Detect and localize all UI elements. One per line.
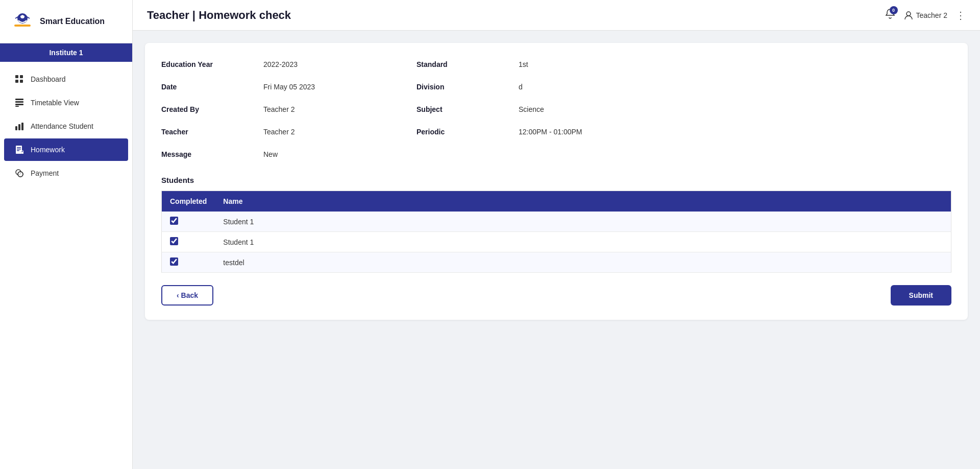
student-name-cell: Student 1 bbox=[215, 212, 951, 232]
svg-rect-16 bbox=[17, 149, 21, 150]
institute-banner: Institute 1 bbox=[0, 43, 132, 62]
topbar-right: 0 Teacher 2 ⋮ bbox=[885, 8, 966, 22]
table-header-row: Completed Name bbox=[162, 191, 951, 212]
svg-rect-12 bbox=[18, 124, 20, 130]
details-grid: Education Year 2022-2023 Standard 1st Da… bbox=[161, 57, 951, 161]
submit-button[interactable]: Submit bbox=[891, 285, 951, 306]
svg-rect-1 bbox=[14, 25, 31, 27]
date-value: Fri May 05 2023 bbox=[263, 80, 416, 94]
created-by-value: Teacher 2 bbox=[263, 102, 416, 116]
completed-cell bbox=[162, 232, 215, 252]
completed-checkbox[interactable] bbox=[170, 237, 178, 245]
sidebar: Smart Education Institute 1 Dashboard bbox=[0, 0, 133, 469]
table-row: testdel bbox=[162, 252, 951, 273]
app-brand-label: Smart Education bbox=[40, 17, 105, 26]
education-year-value: 2022-2023 bbox=[263, 57, 416, 72]
students-table-body: Student 1Student 1testdel bbox=[162, 212, 951, 273]
table-row: Student 1 bbox=[162, 232, 951, 252]
teacher-label: Teacher bbox=[161, 125, 263, 139]
coins-icon bbox=[14, 168, 24, 178]
completed-checkbox[interactable] bbox=[170, 257, 178, 266]
main-content: Education Year 2022-2023 Standard 1st Da… bbox=[133, 31, 980, 469]
division-value: d bbox=[519, 80, 621, 94]
sidebar-item-label: Dashboard bbox=[31, 75, 66, 83]
grid-icon bbox=[14, 74, 24, 84]
topbar: Teacher | Homework check 0 Teacher 2 ⋮ bbox=[133, 0, 980, 31]
sidebar-item-dashboard[interactable]: Dashboard bbox=[4, 68, 128, 90]
col-completed: Completed bbox=[162, 191, 215, 212]
sidebar-item-attendance[interactable]: Attendance Student bbox=[4, 115, 128, 137]
sidebar-logo: Smart Education bbox=[0, 0, 132, 43]
user-icon bbox=[904, 11, 913, 20]
sidebar-item-label: Payment bbox=[31, 169, 59, 177]
teacher-value: Teacher 2 bbox=[263, 125, 416, 139]
date-label: Date bbox=[161, 80, 263, 94]
svg-rect-17 bbox=[17, 150, 19, 151]
user-label: Teacher 2 bbox=[916, 11, 947, 19]
subject-value: Science bbox=[519, 102, 621, 116]
periodic-label: Periodic bbox=[416, 125, 519, 139]
svg-rect-5 bbox=[15, 80, 18, 83]
svg-rect-14 bbox=[16, 146, 22, 154]
back-button[interactable]: ‹ Back bbox=[161, 285, 213, 306]
svg-rect-4 bbox=[20, 75, 23, 78]
message-value: New bbox=[263, 147, 416, 161]
doc-icon bbox=[14, 145, 24, 155]
student-name-cell: testdel bbox=[215, 252, 951, 273]
standard-label: Standard bbox=[416, 57, 519, 72]
sidebar-item-label: Homework bbox=[31, 146, 65, 154]
table-row: Student 1 bbox=[162, 212, 951, 232]
homework-card: Education Year 2022-2023 Standard 1st Da… bbox=[145, 43, 968, 320]
sidebar-item-homework[interactable]: Homework bbox=[4, 138, 128, 161]
sidebar-item-timetable[interactable]: Timetable View bbox=[4, 91, 128, 114]
svg-rect-13 bbox=[21, 123, 23, 130]
svg-rect-11 bbox=[15, 126, 17, 130]
completed-cell bbox=[162, 212, 215, 232]
table-icon bbox=[14, 98, 24, 108]
sidebar-item-payment[interactable]: Payment bbox=[4, 162, 128, 184]
svg-rect-15 bbox=[17, 147, 21, 148]
periodic-value: 12:00PM - 01:00PM bbox=[519, 125, 621, 139]
notification-badge: 0 bbox=[890, 6, 898, 14]
sidebar-nav: Dashboard Timetable View bbox=[0, 62, 132, 469]
completed-cell bbox=[162, 252, 215, 273]
standard-value: 1st bbox=[519, 57, 621, 72]
sidebar-item-label: Attendance Student bbox=[31, 122, 93, 130]
col-name: Name bbox=[215, 191, 951, 212]
students-table: Completed Name Student 1Student 1testdel bbox=[161, 191, 951, 273]
subject-label: Subject bbox=[416, 102, 519, 116]
svg-rect-6 bbox=[20, 80, 23, 83]
svg-rect-8 bbox=[15, 101, 23, 103]
main-area: Teacher | Homework check 0 Teacher 2 ⋮ bbox=[133, 0, 980, 469]
student-name-cell: Student 1 bbox=[215, 232, 951, 252]
svg-rect-3 bbox=[15, 75, 18, 78]
notification-button[interactable]: 0 bbox=[885, 8, 896, 22]
svg-rect-10 bbox=[15, 106, 19, 107]
app-logo-icon bbox=[10, 9, 35, 34]
page-title: Teacher | Homework check bbox=[147, 9, 291, 22]
form-actions: ‹ Back Submit bbox=[161, 285, 951, 306]
svg-point-23 bbox=[906, 12, 911, 16]
sidebar-item-label: Timetable View bbox=[31, 99, 79, 107]
completed-checkbox[interactable] bbox=[170, 217, 178, 225]
svg-rect-9 bbox=[15, 104, 23, 105]
division-label: Division bbox=[416, 80, 519, 94]
more-button[interactable]: ⋮ bbox=[955, 9, 966, 21]
created-by-label: Created By bbox=[161, 102, 263, 116]
message-label: Message bbox=[161, 147, 263, 161]
chart-icon bbox=[14, 121, 24, 131]
user-menu[interactable]: Teacher 2 bbox=[904, 11, 947, 20]
svg-rect-7 bbox=[15, 99, 23, 100]
students-section-label: Students bbox=[161, 176, 951, 184]
education-year-label: Education Year bbox=[161, 57, 263, 72]
